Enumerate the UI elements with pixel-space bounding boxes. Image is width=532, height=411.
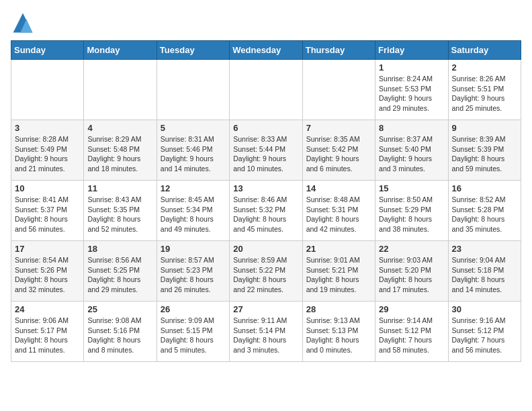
day-cell: 28Sunrise: 9:13 AM Sunset: 5:13 PM Dayli… xyxy=(302,302,375,362)
day-cell: 9Sunrise: 8:39 AM Sunset: 5:39 PM Daylig… xyxy=(448,120,521,181)
day-cell: 26Sunrise: 9:09 AM Sunset: 5:15 PM Dayli… xyxy=(157,302,229,362)
day-number: 11 xyxy=(87,183,152,193)
day-cell: 18Sunrise: 8:56 AM Sunset: 5:25 PM Dayli… xyxy=(84,241,157,302)
day-number: 16 xyxy=(452,183,517,193)
day-number: 6 xyxy=(233,123,298,133)
day-number: 25 xyxy=(87,304,152,314)
day-number: 29 xyxy=(379,304,444,314)
day-cell xyxy=(302,60,375,120)
day-cell: 2Sunrise: 8:26 AM Sunset: 5:51 PM Daylig… xyxy=(448,60,521,120)
day-info: Sunrise: 8:37 AM Sunset: 5:40 PM Dayligh… xyxy=(379,134,444,174)
day-info: Sunrise: 8:50 AM Sunset: 5:29 PM Dayligh… xyxy=(379,195,444,234)
day-number: 8 xyxy=(379,123,444,133)
day-number: 1 xyxy=(379,62,444,73)
day-number: 3 xyxy=(15,123,80,133)
weekday-header-sunday: Sunday xyxy=(11,41,84,60)
day-number: 27 xyxy=(233,304,298,314)
logo-icon xyxy=(11,11,35,35)
day-cell: 20Sunrise: 8:59 AM Sunset: 5:22 PM Dayli… xyxy=(230,241,302,302)
weekday-header-wednesday: Wednesday xyxy=(230,41,302,60)
day-number: 26 xyxy=(161,304,226,314)
day-number: 18 xyxy=(87,244,152,254)
day-cell: 16Sunrise: 8:52 AM Sunset: 5:28 PM Dayli… xyxy=(448,181,521,241)
logo xyxy=(11,11,39,35)
weekday-header-friday: Friday xyxy=(375,41,448,60)
day-info: Sunrise: 9:13 AM Sunset: 5:13 PM Dayligh… xyxy=(306,316,371,355)
day-number: 4 xyxy=(87,123,152,133)
day-number: 9 xyxy=(452,123,517,133)
day-info: Sunrise: 9:03 AM Sunset: 5:20 PM Dayligh… xyxy=(379,255,444,295)
day-info: Sunrise: 9:09 AM Sunset: 5:15 PM Dayligh… xyxy=(161,316,226,355)
day-cell: 8Sunrise: 8:37 AM Sunset: 5:40 PM Daylig… xyxy=(375,120,448,181)
day-number: 30 xyxy=(452,304,517,314)
day-cell: 3Sunrise: 8:28 AM Sunset: 5:49 PM Daylig… xyxy=(11,120,84,181)
day-cell: 27Sunrise: 9:11 AM Sunset: 5:14 PM Dayli… xyxy=(230,302,302,362)
day-cell xyxy=(11,60,84,120)
day-number: 17 xyxy=(15,244,80,254)
weekday-header-tuesday: Tuesday xyxy=(157,41,229,60)
weekday-header-monday: Monday xyxy=(84,41,157,60)
weekday-header-row: SundayMondayTuesdayWednesdayThursdayFrid… xyxy=(11,41,521,60)
day-info: Sunrise: 8:52 AM Sunset: 5:28 PM Dayligh… xyxy=(452,195,517,234)
day-cell: 19Sunrise: 8:57 AM Sunset: 5:23 PM Dayli… xyxy=(157,241,229,302)
day-number: 7 xyxy=(306,123,371,133)
day-info: Sunrise: 9:16 AM Sunset: 5:12 PM Dayligh… xyxy=(452,316,517,355)
day-cell: 23Sunrise: 9:04 AM Sunset: 5:18 PM Dayli… xyxy=(448,241,521,302)
day-info: Sunrise: 8:57 AM Sunset: 5:23 PM Dayligh… xyxy=(161,255,226,295)
day-info: Sunrise: 8:29 AM Sunset: 5:48 PM Dayligh… xyxy=(87,134,152,174)
day-info: Sunrise: 8:56 AM Sunset: 5:25 PM Dayligh… xyxy=(87,255,152,295)
day-info: Sunrise: 8:48 AM Sunset: 5:31 PM Dayligh… xyxy=(306,195,371,234)
day-info: Sunrise: 8:46 AM Sunset: 5:32 PM Dayligh… xyxy=(233,195,298,234)
day-cell xyxy=(157,60,229,120)
day-number: 22 xyxy=(379,244,444,254)
day-number: 19 xyxy=(161,244,226,254)
day-info: Sunrise: 9:04 AM Sunset: 5:18 PM Dayligh… xyxy=(452,255,517,295)
day-cell: 7Sunrise: 8:35 AM Sunset: 5:42 PM Daylig… xyxy=(302,120,375,181)
day-cell: 25Sunrise: 9:08 AM Sunset: 5:16 PM Dayli… xyxy=(84,302,157,362)
day-info: Sunrise: 8:31 AM Sunset: 5:46 PM Dayligh… xyxy=(161,134,226,174)
day-info: Sunrise: 9:14 AM Sunset: 5:12 PM Dayligh… xyxy=(379,316,444,355)
weekday-header-thursday: Thursday xyxy=(302,41,375,60)
day-cell: 15Sunrise: 8:50 AM Sunset: 5:29 PM Dayli… xyxy=(375,181,448,241)
day-info: Sunrise: 9:08 AM Sunset: 5:16 PM Dayligh… xyxy=(87,316,152,355)
day-number: 2 xyxy=(452,62,517,73)
day-cell: 22Sunrise: 9:03 AM Sunset: 5:20 PM Dayli… xyxy=(375,241,448,302)
day-cell: 29Sunrise: 9:14 AM Sunset: 5:12 PM Dayli… xyxy=(375,302,448,362)
day-cell: 11Sunrise: 8:43 AM Sunset: 5:35 PM Dayli… xyxy=(84,181,157,241)
day-cell xyxy=(230,60,302,120)
day-number: 5 xyxy=(161,123,226,133)
day-cell: 10Sunrise: 8:41 AM Sunset: 5:37 PM Dayli… xyxy=(11,181,84,241)
day-info: Sunrise: 8:26 AM Sunset: 5:51 PM Dayligh… xyxy=(452,74,517,113)
week-row-5: 24Sunrise: 9:06 AM Sunset: 5:17 PM Dayli… xyxy=(11,302,521,362)
day-cell: 6Sunrise: 8:33 AM Sunset: 5:44 PM Daylig… xyxy=(230,120,302,181)
day-cell: 1Sunrise: 8:24 AM Sunset: 5:53 PM Daylig… xyxy=(375,60,448,120)
day-number: 10 xyxy=(15,183,80,193)
week-row-3: 10Sunrise: 8:41 AM Sunset: 5:37 PM Dayli… xyxy=(11,181,521,241)
day-cell: 21Sunrise: 9:01 AM Sunset: 5:21 PM Dayli… xyxy=(302,241,375,302)
day-info: Sunrise: 8:41 AM Sunset: 5:37 PM Dayligh… xyxy=(15,195,80,234)
day-info: Sunrise: 8:43 AM Sunset: 5:35 PM Dayligh… xyxy=(87,195,152,234)
day-info: Sunrise: 8:39 AM Sunset: 5:39 PM Dayligh… xyxy=(452,134,517,174)
week-row-4: 17Sunrise: 8:54 AM Sunset: 5:26 PM Dayli… xyxy=(11,241,521,302)
day-number: 21 xyxy=(306,244,371,254)
day-cell: 24Sunrise: 9:06 AM Sunset: 5:17 PM Dayli… xyxy=(11,302,84,362)
day-cell: 17Sunrise: 8:54 AM Sunset: 5:26 PM Dayli… xyxy=(11,241,84,302)
day-number: 14 xyxy=(306,183,371,193)
day-info: Sunrise: 9:11 AM Sunset: 5:14 PM Dayligh… xyxy=(233,316,298,355)
day-number: 13 xyxy=(233,183,298,193)
day-cell: 12Sunrise: 8:45 AM Sunset: 5:34 PM Dayli… xyxy=(157,181,229,241)
day-number: 23 xyxy=(452,244,517,254)
day-info: Sunrise: 8:54 AM Sunset: 5:26 PM Dayligh… xyxy=(15,255,80,295)
day-number: 15 xyxy=(379,183,444,193)
day-number: 24 xyxy=(15,304,80,314)
day-info: Sunrise: 8:35 AM Sunset: 5:42 PM Dayligh… xyxy=(306,134,371,174)
day-number: 20 xyxy=(233,244,298,254)
day-info: Sunrise: 9:01 AM Sunset: 5:21 PM Dayligh… xyxy=(306,255,371,295)
day-info: Sunrise: 8:59 AM Sunset: 5:22 PM Dayligh… xyxy=(233,255,298,295)
day-cell xyxy=(84,60,157,120)
calendar-table: SundayMondayTuesdayWednesdayThursdayFrid… xyxy=(11,40,521,362)
week-row-2: 3Sunrise: 8:28 AM Sunset: 5:49 PM Daylig… xyxy=(11,120,521,181)
day-info: Sunrise: 8:28 AM Sunset: 5:49 PM Dayligh… xyxy=(15,134,80,174)
day-info: Sunrise: 9:06 AM Sunset: 5:17 PM Dayligh… xyxy=(15,316,80,355)
day-cell: 4Sunrise: 8:29 AM Sunset: 5:48 PM Daylig… xyxy=(84,120,157,181)
